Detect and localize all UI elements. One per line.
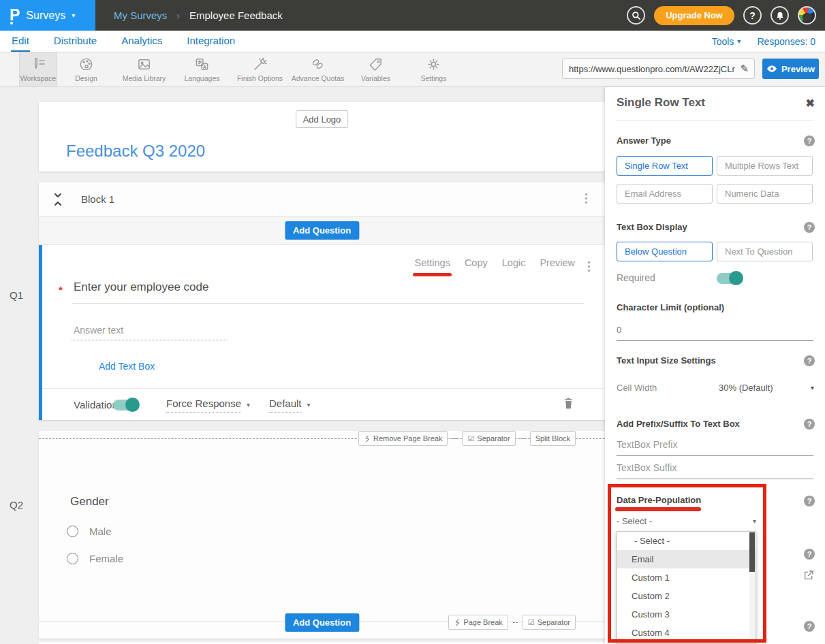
survey-title[interactable]: Feedback Q3 2020	[66, 142, 205, 161]
radio-option-male[interactable]: Male	[67, 526, 112, 537]
tools-menu[interactable]: Tools▾	[712, 36, 741, 47]
product-switcher[interactable]: P Surveys ▾	[0, 0, 95, 31]
survey-url-box: ✎	[562, 59, 755, 79]
input-size-help-icon[interactable]: ?	[804, 355, 815, 366]
data-prepopulation-select[interactable]: - Select - ▾	[617, 516, 756, 526]
survey-header-card: Add Logo Feedback Q3 2020	[39, 102, 605, 172]
add-question-button-bottom[interactable]: Add Question	[285, 613, 359, 632]
text-box-display-help-icon[interactable]: ?	[804, 222, 815, 233]
split-block-button[interactable]: Split Block	[530, 431, 576, 446]
question-2-badge: Q2	[10, 499, 23, 511]
survey-url-input[interactable]	[563, 64, 738, 74]
hidden-section-help-icon2[interactable]: ?	[804, 621, 815, 632]
hidden-section-help-icon[interactable]: ?	[804, 549, 815, 560]
responses-count[interactable]: Responses: 0	[757, 36, 815, 47]
edit-url-icon[interactable]: ✎	[738, 63, 754, 75]
avatar[interactable]	[798, 6, 816, 25]
default-select[interactable]: Default ▾	[269, 398, 311, 413]
chevron-down-icon: ▾	[737, 38, 741, 45]
question-1-text[interactable]: Enter your employee code	[74, 280, 208, 294]
dash-connector	[520, 438, 525, 439]
chevron-down-icon: ▾	[753, 518, 756, 525]
answer-type-email[interactable]: Email Address	[617, 184, 713, 204]
required-toggle[interactable]	[717, 273, 742, 284]
toolbar-item-design[interactable]: Design	[57, 52, 115, 86]
tab-edit[interactable]: Edit	[11, 31, 30, 52]
question-tabs: Settings Copy Logic Preview	[414, 257, 575, 268]
breadcrumb-my-surveys[interactable]: My Surveys	[114, 10, 167, 21]
checkbox-icon: ☑	[467, 434, 474, 443]
question-more-menu[interactable]	[585, 259, 593, 274]
answer-type-single-row[interactable]: Single Row Text	[617, 156, 713, 176]
page-break-controls: Remove Page Break ☑ Separator Split Bloc…	[358, 431, 576, 446]
preview-button[interactable]: Preview	[762, 59, 819, 79]
close-icon[interactable]: ✖	[806, 97, 815, 110]
dropdown-option-custom1[interactable]: Custom 1	[617, 568, 756, 587]
tab-analytics[interactable]: Analytics	[121, 31, 163, 52]
page-break-button[interactable]: Page Break	[448, 615, 508, 630]
data-prepopulation-help-icon[interactable]: ?	[804, 496, 815, 506]
toolbar-item-finish-options[interactable]: Finish Options	[231, 52, 289, 86]
answer-type-numeric[interactable]: Numeric Data	[717, 184, 813, 204]
block-more-menu[interactable]	[582, 191, 590, 206]
remove-page-break-button[interactable]: Remove Page Break	[358, 431, 448, 446]
search-button[interactable]	[627, 6, 645, 25]
question-2-text[interactable]: Gender	[70, 495, 109, 509]
textbox-suffix-input[interactable]	[617, 463, 813, 479]
question-tab-logic[interactable]: Logic	[502, 257, 526, 268]
editor-toolbar: Workspace Design Media Library Languages…	[0, 52, 825, 87]
cell-width-value[interactable]: 30% (Default)	[719, 383, 773, 393]
add-question-button-top[interactable]: Add Question	[285, 221, 359, 240]
add-logo-button[interactable]: Add Logo	[296, 110, 349, 128]
external-link-icon[interactable]	[803, 570, 814, 581]
chevron-down-icon[interactable]: ▾	[811, 385, 814, 391]
help-button[interactable]: ?	[743, 6, 762, 25]
dropdown-option-custom2[interactable]: Custom 2	[617, 587, 756, 605]
toolbar-item-settings[interactable]: Settings	[405, 52, 463, 86]
scrollbar-thumb[interactable]	[749, 532, 755, 572]
input-size-label: Text Input Size Settings	[617, 355, 716, 366]
tab-distribute[interactable]: Distribute	[53, 31, 97, 52]
dropdown-option-custom4[interactable]: Custom 4	[617, 624, 756, 642]
data-prepopulation-dropdown: - Select - Email Custom 1 Custom 2 Custo…	[617, 531, 756, 644]
display-next-to-question[interactable]: Next To Question	[717, 242, 813, 261]
question-tab-copy[interactable]: Copy	[465, 257, 488, 268]
radio-icon[interactable]	[67, 553, 78, 564]
collapse-block-icon[interactable]	[53, 192, 63, 207]
toolbar-item-workspace[interactable]: Workspace	[19, 52, 57, 86]
tab-integration[interactable]: Integration	[186, 31, 236, 52]
force-response-select[interactable]: Force Response ▾	[166, 398, 250, 413]
toolbar-item-languages[interactable]: Languages	[173, 52, 231, 86]
page-2-card: Remove Page Break ☑ Separator Split Bloc…	[39, 431, 605, 639]
dropdown-option-select[interactable]: - Select -	[617, 532, 756, 550]
question-tab-settings[interactable]: Settings	[414, 257, 450, 268]
answer-text-input[interactable]	[72, 323, 228, 340]
question-tab-preview[interactable]: Preview	[540, 257, 575, 268]
prefix-suffix-help-icon[interactable]: ?	[804, 419, 815, 430]
dropdown-option-custom3[interactable]: Custom 3	[617, 605, 756, 624]
validation-toggle[interactable]	[113, 400, 138, 410]
add-text-box-link[interactable]: Add Text Box	[99, 361, 155, 372]
upgrade-button[interactable]: Upgrade Now	[654, 6, 734, 25]
question-text-underline	[72, 303, 585, 304]
character-limit-label: Character Limit (optional)	[617, 302, 724, 312]
radio-icon[interactable]	[67, 526, 78, 537]
delete-question-icon[interactable]	[563, 397, 574, 410]
toolbar-item-variables[interactable]: Variables	[347, 52, 405, 86]
toolbar-item-media-library[interactable]: Media Library	[115, 52, 173, 86]
separator-button-bottom[interactable]: ☑ Separator	[523, 615, 576, 630]
separator-button-mid[interactable]: ☑ Separator	[462, 431, 515, 446]
chevron-down-icon: ▾	[247, 402, 250, 408]
dropdown-option-email[interactable]: Email	[617, 550, 756, 568]
question-1-card: Settings Copy Logic Preview * Enter your…	[39, 245, 605, 420]
answer-type-multiple-rows[interactable]: Multiple Rows Text	[717, 156, 813, 176]
textbox-prefix-input[interactable]	[617, 440, 813, 456]
display-below-question[interactable]: Below Question	[617, 242, 713, 261]
toolbar-item-advance-quotas[interactable]: Advance Quotas	[289, 52, 347, 86]
dropdown-scrollbar[interactable]	[749, 532, 755, 643]
block-title[interactable]: Block 1	[81, 193, 114, 205]
radio-option-female[interactable]: Female	[67, 553, 123, 564]
answer-type-help-icon[interactable]: ?	[804, 135, 815, 146]
notifications-button[interactable]	[770, 6, 789, 25]
character-limit-input[interactable]	[617, 325, 813, 341]
